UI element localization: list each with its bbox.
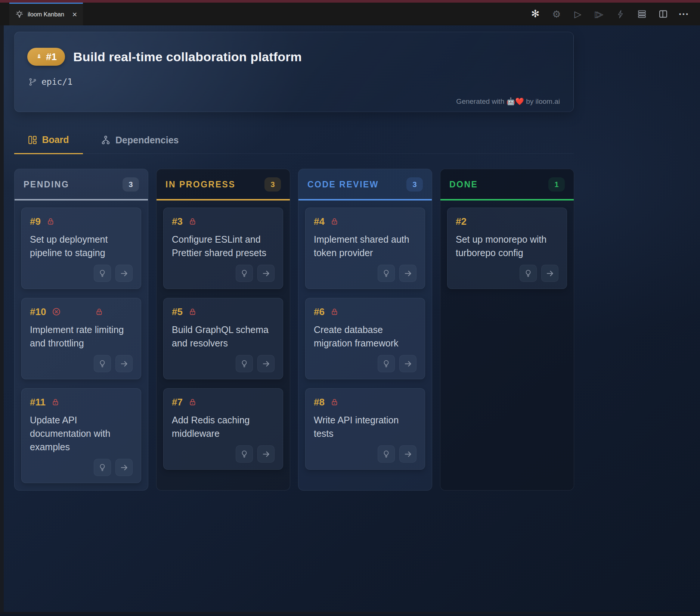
hint-button[interactable] bbox=[378, 265, 395, 282]
lock-icon bbox=[331, 218, 338, 225]
editor-tab-bar: iloom Kanban ✕ ✻ ⚙ ▷ ▷▷ ••• bbox=[0, 3, 700, 25]
branch-name: epic/1 bbox=[41, 77, 72, 87]
open-task-button[interactable] bbox=[115, 459, 133, 476]
kanban-board: PENDING 3 #9 Set up deployment pipeline … bbox=[14, 169, 574, 491]
open-task-button[interactable] bbox=[115, 265, 133, 282]
column-title: CODE REVIEW bbox=[307, 180, 379, 190]
hint-button[interactable] bbox=[236, 355, 253, 372]
tab-dependencies[interactable]: Dependencies bbox=[99, 134, 181, 153]
lightbulb-icon bbox=[382, 360, 390, 368]
task-card[interactable]: #6 Create database migration framework bbox=[305, 298, 425, 379]
blocked-circle-x-icon bbox=[52, 307, 61, 316]
task-card[interactable]: #11 Update API documentation with exampl… bbox=[21, 388, 141, 483]
lightbulb-icon bbox=[15, 10, 24, 19]
task-id: #4 bbox=[314, 216, 325, 227]
task-card[interactable]: #8 Write API integration tests bbox=[305, 388, 425, 470]
kanban-board-icon bbox=[28, 136, 37, 144]
list-view-icon[interactable] bbox=[636, 9, 647, 19]
column-header: DONE 1 bbox=[440, 169, 574, 200]
arrow-right-icon bbox=[120, 269, 128, 278]
kanban-column-in-progress: IN PROGRESS 3 #3 Configure ESLint and Pr… bbox=[156, 169, 290, 491]
tab-dependencies-label: Dependencies bbox=[115, 135, 179, 146]
arrow-right-icon bbox=[120, 360, 128, 368]
hint-button[interactable] bbox=[378, 355, 395, 372]
more-actions-icon[interactable]: ••• bbox=[679, 9, 690, 19]
open-task-button[interactable] bbox=[115, 355, 133, 372]
editor-tab-iloom-kanban[interactable]: iloom Kanban ✕ bbox=[9, 3, 83, 25]
task-card[interactable]: #9 Set up deployment pipeline to staging bbox=[21, 208, 141, 289]
split-editor-icon[interactable] bbox=[658, 9, 668, 19]
hint-button[interactable] bbox=[236, 265, 253, 282]
tab-board[interactable]: Board bbox=[14, 134, 83, 154]
rocket-icon bbox=[35, 53, 43, 60]
kanban-webview: #1 Build real-time collaboration platfor… bbox=[0, 25, 700, 614]
hint-button[interactable] bbox=[378, 445, 395, 463]
run-icon[interactable]: ▷ bbox=[573, 9, 583, 19]
flash-icon[interactable] bbox=[615, 9, 626, 19]
open-task-button[interactable] bbox=[257, 265, 275, 282]
lock-icon bbox=[95, 308, 103, 316]
hint-button[interactable] bbox=[94, 459, 111, 476]
run-all-icon[interactable]: ▷▷ bbox=[594, 9, 604, 19]
lock-icon bbox=[189, 218, 196, 225]
task-card[interactable]: #7 Add Redis caching middleware bbox=[163, 388, 283, 470]
bottom-edge-strip bbox=[0, 612, 700, 614]
open-task-button[interactable] bbox=[399, 265, 416, 282]
lightbulb-icon bbox=[98, 269, 106, 277]
arrow-right-icon bbox=[120, 463, 128, 472]
task-title: Configure ESLint and Prettier shared pre… bbox=[172, 233, 275, 259]
open-task-button[interactable] bbox=[257, 355, 275, 372]
close-tab-icon[interactable]: ✕ bbox=[72, 11, 77, 19]
column-count-badge: 3 bbox=[123, 177, 139, 192]
hint-button[interactable] bbox=[236, 445, 253, 463]
column-header: CODE REVIEW 3 bbox=[298, 169, 432, 200]
column-title: IN PROGRESS bbox=[165, 180, 235, 190]
openai-icon[interactable]: ✻ bbox=[530, 9, 541, 19]
lightbulb-icon bbox=[240, 269, 248, 277]
lock-icon bbox=[331, 398, 338, 406]
arrow-right-icon bbox=[262, 450, 270, 458]
git-branch-icon bbox=[28, 78, 37, 86]
task-card[interactable]: #4 Implement shared auth token provider bbox=[305, 208, 425, 289]
task-id: #3 bbox=[172, 216, 183, 227]
settings-gear-icon[interactable]: ⚙ bbox=[551, 9, 562, 19]
hint-button[interactable] bbox=[520, 265, 537, 282]
task-card[interactable]: #5 Build GraphQL schema and resolvers bbox=[163, 298, 283, 379]
open-task-button[interactable] bbox=[399, 445, 416, 463]
task-id: #10 bbox=[30, 306, 46, 318]
lightbulb-icon bbox=[240, 450, 248, 458]
open-task-button[interactable] bbox=[399, 355, 416, 372]
tab-board-label: Board bbox=[42, 134, 69, 145]
epic-title: Build real-time collaboration platform bbox=[73, 50, 302, 64]
task-card[interactable]: #3 Configure ESLint and Prettier shared … bbox=[163, 208, 283, 289]
open-task-button[interactable] bbox=[257, 445, 275, 463]
task-title: Implement rate limiting and throttling bbox=[30, 323, 133, 350]
epic-branch: epic/1 bbox=[28, 77, 560, 87]
generated-by-note: Generated with 🤖❤️ by iloom.ai bbox=[456, 97, 560, 106]
task-card[interactable]: #10 Implement rate limiting and throttli… bbox=[21, 298, 141, 379]
epic-number: #1 bbox=[46, 51, 57, 63]
lightbulb-icon bbox=[98, 360, 106, 368]
task-title: Set up deployment pipeline to staging bbox=[30, 233, 133, 259]
arrow-right-icon bbox=[404, 360, 412, 368]
view-tabs: Board Dependencies bbox=[14, 134, 574, 154]
task-id: #8 bbox=[314, 396, 325, 408]
lightbulb-icon bbox=[524, 269, 532, 277]
task-id: #5 bbox=[172, 306, 183, 318]
hint-button[interactable] bbox=[94, 355, 111, 372]
system-title-bar bbox=[0, 0, 700, 3]
task-card[interactable]: #2 Set up monorepo with turborepo config bbox=[447, 208, 567, 289]
task-title: Update API documentation with examples bbox=[30, 413, 133, 454]
lock-icon bbox=[189, 398, 196, 406]
open-task-button[interactable] bbox=[541, 265, 558, 282]
kanban-column-pending: PENDING 3 #9 Set up deployment pipeline … bbox=[14, 169, 148, 491]
hint-button[interactable] bbox=[94, 265, 111, 282]
lightbulb-icon bbox=[240, 360, 248, 368]
column-header: PENDING 3 bbox=[15, 169, 148, 200]
lightbulb-icon bbox=[98, 463, 106, 472]
column-count-badge: 3 bbox=[406, 177, 423, 192]
arrow-right-icon bbox=[546, 269, 554, 278]
column-header: IN PROGRESS 3 bbox=[157, 169, 290, 200]
arrow-right-icon bbox=[404, 450, 412, 458]
left-edge-strip bbox=[0, 25, 4, 614]
